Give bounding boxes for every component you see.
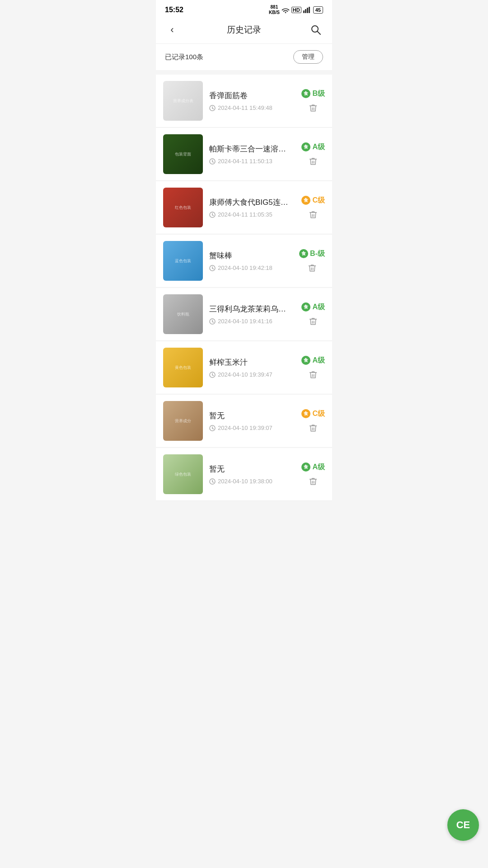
trash-icon (308, 264, 317, 273)
item-content: 香弹面筋卷 2024-04-11 15:49:48 (209, 90, 295, 111)
item-name: 暂无 (209, 410, 295, 421)
item-content: 三得利乌龙茶茉莉乌… 2024-04-10 19:41:16 (209, 304, 295, 325)
delete-button[interactable] (308, 423, 318, 433)
battery: 45 (313, 6, 323, 14)
back-button[interactable]: ‹ (165, 23, 179, 37)
grade-badge: 食 A级 (301, 356, 325, 365)
grade-label: A级 (312, 356, 325, 365)
grade-icon: 食 (301, 196, 310, 205)
item-date: 2024-04-10 19:42:18 (209, 264, 293, 271)
grade-badge: 食 C级 (301, 409, 325, 419)
signal-icon (303, 7, 311, 13)
list-item[interactable]: 营养成分 暂无 2024-04-10 19:39:07 食 C级 (156, 395, 332, 448)
item-content: 暂无 2024-04-10 19:38:00 (209, 464, 295, 485)
list-item[interactable]: 包装背面 帕斯卡蒂三合一速溶… 2024-04-11 11:50:13 食 A级 (156, 128, 332, 181)
item-actions: 食 B级 (301, 89, 325, 113)
svg-rect-0 (303, 10, 305, 13)
grade-icon: 食 (299, 249, 308, 258)
page-title: 历史记录 (227, 24, 261, 36)
clock-icon (209, 265, 216, 271)
item-date: 2024-04-10 19:41:16 (209, 318, 295, 325)
delete-button[interactable] (308, 210, 318, 220)
item-content: 康师傅大食代BIG5连… 2024-04-11 11:05:35 (209, 197, 295, 218)
svg-rect-1 (305, 9, 306, 13)
record-count: 已记录100条 (165, 53, 203, 61)
clock-icon (209, 105, 216, 111)
item-content: 蟹味棒 2024-04-10 19:42:18 (209, 250, 293, 271)
grade-badge: 食 B-级 (299, 249, 325, 259)
item-name: 三得利乌龙茶茉莉乌… (209, 304, 295, 314)
list-item[interactable]: 黄色包装 鲜榨玉米汁 2024-04-10 19:39:47 食 A级 (156, 341, 332, 394)
item-thumbnail: 蓝色包装 (163, 241, 203, 281)
list-item[interactable]: 蓝色包装 蟹味棒 2024-04-10 19:42:18 食 B-级 (156, 235, 332, 288)
item-thumbnail: 营养成分表 (163, 81, 203, 121)
header: ‹ 历史记录 (156, 18, 332, 43)
item-date: 2024-04-10 19:38:00 (209, 478, 295, 485)
delete-button[interactable] (308, 156, 318, 166)
grade-badge: 食 B级 (301, 89, 325, 99)
item-actions: 食 A级 (301, 356, 325, 380)
clock-icon (209, 372, 216, 378)
item-thumbnail: 营养成分 (163, 401, 203, 441)
item-name: 香弹面筋卷 (209, 90, 295, 101)
item-name: 康师傅大食代BIG5连… (209, 197, 295, 208)
clock-icon (209, 478, 216, 485)
svg-line-23 (212, 375, 214, 376)
item-content: 暂无 2024-04-10 19:39:07 (209, 410, 295, 431)
status-time: 15:52 (165, 6, 183, 14)
search-icon (310, 24, 322, 36)
trash-icon (309, 157, 318, 166)
item-name: 帕斯卡蒂三合一速溶… (209, 144, 295, 154)
list-item[interactable]: 饮料瓶 三得利乌龙茶茉莉乌… 2024-04-10 19:41:16 食 A级 (156, 288, 332, 341)
grade-icon: 食 (301, 409, 310, 418)
svg-rect-3 (309, 7, 310, 13)
grade-label: A级 (312, 142, 325, 152)
item-actions: 食 C级 (301, 409, 325, 433)
item-content: 帕斯卡蒂三合一速溶… 2024-04-11 11:50:13 (209, 144, 295, 165)
svg-line-20 (212, 321, 214, 322)
grade-icon: 食 (301, 462, 310, 472)
svg-line-14 (212, 215, 214, 216)
item-date: 2024-04-10 19:39:07 (209, 425, 295, 431)
item-actions: 食 A级 (301, 462, 325, 486)
clock-icon (209, 212, 216, 218)
item-thumbnail: 绿色包装 (163, 454, 203, 494)
svg-rect-2 (307, 8, 308, 13)
item-content: 鲜榨玉米汁 2024-04-10 19:39:47 (209, 357, 295, 378)
grade-label: C级 (312, 196, 325, 205)
grade-badge: 食 A级 (301, 302, 325, 312)
item-date: 2024-04-10 19:39:47 (209, 371, 295, 378)
trash-icon (309, 210, 318, 219)
hd-badge: HD (291, 7, 301, 13)
item-actions: 食 A级 (301, 142, 325, 166)
delete-button[interactable] (308, 476, 318, 486)
item-thumbnail: 黄色包装 (163, 348, 203, 387)
list-item[interactable]: 营养成分表 香弹面筋卷 2024-04-11 15:49:48 食 B级 (156, 75, 332, 127)
list-item[interactable]: 绿色包装 暂无 2024-04-10 19:38:00 食 A级 (156, 448, 332, 501)
back-icon: ‹ (170, 24, 174, 36)
delete-button[interactable] (308, 316, 318, 326)
status-icons: 881 KB/S HD 45 (269, 5, 323, 15)
list-item[interactable]: 红色包装 康师傅大食代BIG5连… 2024-04-11 11:05:35 食 … (156, 181, 332, 234)
item-date: 2024-04-11 11:50:13 (209, 158, 295, 165)
grade-icon: 食 (301, 142, 310, 151)
delete-button[interactable] (307, 263, 317, 273)
delete-button[interactable] (308, 103, 318, 113)
trash-icon (309, 104, 318, 113)
grade-icon: 食 (301, 302, 310, 311)
svg-line-11 (212, 161, 214, 162)
grade-label: B级 (312, 89, 325, 99)
grade-label: A级 (312, 302, 325, 312)
grade-label: B-级 (310, 249, 325, 259)
item-actions: 食 C级 (301, 196, 325, 220)
search-button[interactable] (309, 23, 323, 37)
delete-button[interactable] (308, 370, 318, 380)
svg-line-29 (212, 481, 214, 482)
item-thumbnail: 饮料瓶 (163, 294, 203, 334)
manage-button[interactable]: 管理 (293, 50, 323, 64)
subheader: 已记录100条 管理 (156, 43, 332, 70)
item-date: 2024-04-11 15:49:48 (209, 104, 295, 111)
svg-line-5 (318, 32, 321, 35)
item-actions: 食 A级 (301, 302, 325, 326)
status-bar: 15:52 881 KB/S HD 45 (156, 0, 332, 18)
